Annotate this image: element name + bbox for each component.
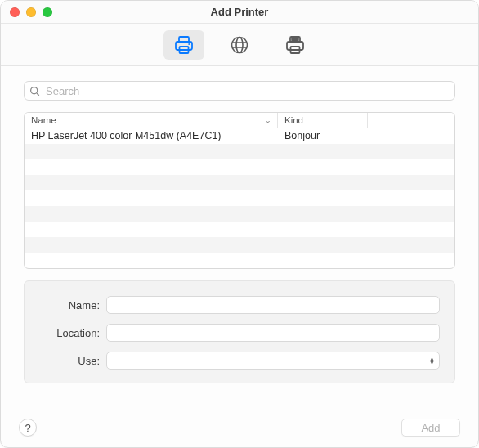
- svg-rect-5: [287, 42, 303, 50]
- minimize-window-button[interactable]: [26, 7, 36, 17]
- column-header-kind-label: Kind: [284, 115, 303, 125]
- column-header-spacer: [368, 113, 454, 128]
- printer-list: Name ⌄ Kind HP LaserJet 400 color M451dw…: [24, 112, 455, 269]
- content-area: Name ⌄ Kind HP LaserJet 400 color M451dw…: [1, 66, 478, 383]
- table-row-empty: [25, 175, 454, 190]
- cell-name: HP LaserJet 400 color M451dw (A4E7C1): [25, 128, 278, 144]
- tab-default[interactable]: [163, 30, 204, 60]
- sort-chevron-icon: ⌄: [264, 117, 272, 124]
- column-header-name[interactable]: Name ⌄: [25, 113, 278, 128]
- help-icon: ?: [25, 422, 30, 434]
- table-row-empty: [25, 144, 454, 159]
- location-label: Location:: [39, 327, 100, 339]
- window-controls: [1, 7, 52, 17]
- svg-point-2: [188, 43, 190, 45]
- location-field-wrap: [106, 324, 440, 342]
- list-header: Name ⌄ Kind: [25, 113, 454, 128]
- add-button-label: Add: [421, 422, 440, 434]
- list-rows: HP LaserJet 400 color M451dw (A4E7C1) Bo…: [25, 128, 454, 268]
- table-row-empty: [25, 222, 454, 237]
- toolbar: [1, 24, 478, 66]
- svg-point-3: [232, 37, 248, 52]
- svg-point-4: [236, 37, 243, 52]
- titlebar: Add Printer: [1, 1, 478, 24]
- name-label: Name:: [39, 299, 100, 311]
- default-printer-icon: [173, 34, 195, 56]
- search-icon: [29, 86, 40, 96]
- column-header-name-label: Name: [31, 115, 56, 125]
- use-select[interactable]: ▲▼: [106, 352, 440, 370]
- tab-windows[interactable]: [275, 30, 316, 60]
- help-button[interactable]: ?: [19, 419, 37, 437]
- svg-point-7: [31, 87, 38, 93]
- use-label: Use:: [39, 355, 100, 367]
- select-stepper-icon: ▲▼: [429, 356, 435, 365]
- table-row-empty: [25, 190, 454, 206]
- svg-rect-0: [176, 42, 192, 50]
- table-row-empty: [25, 159, 454, 175]
- footer: ? Add: [1, 408, 478, 447]
- column-header-kind[interactable]: Kind: [278, 113, 368, 128]
- table-row-empty: [25, 253, 454, 268]
- add-printer-window: Add Printer: [0, 0, 479, 448]
- table-row[interactable]: HP LaserJet 400 color M451dw (A4E7C1) Bo…: [25, 128, 454, 144]
- printer-form: Name: Location: Use: ▲▼: [24, 280, 455, 383]
- ip-globe-icon: [230, 35, 249, 55]
- table-row-empty: [25, 237, 454, 253]
- search-field-wrap[interactable]: [24, 81, 455, 101]
- add-button[interactable]: Add: [401, 419, 460, 437]
- tab-ip[interactable]: [219, 30, 260, 60]
- name-field-wrap: [106, 296, 440, 314]
- search-input[interactable]: [44, 84, 450, 98]
- zoom-window-button[interactable]: [43, 7, 52, 17]
- name-field[interactable]: [107, 297, 439, 313]
- close-window-button[interactable]: [10, 7, 20, 17]
- table-row-empty: [25, 206, 454, 222]
- cell-kind: Bonjour: [278, 128, 368, 144]
- window-title: Add Printer: [1, 6, 478, 18]
- location-field[interactable]: [107, 325, 439, 341]
- advanced-printer-icon: [284, 34, 306, 56]
